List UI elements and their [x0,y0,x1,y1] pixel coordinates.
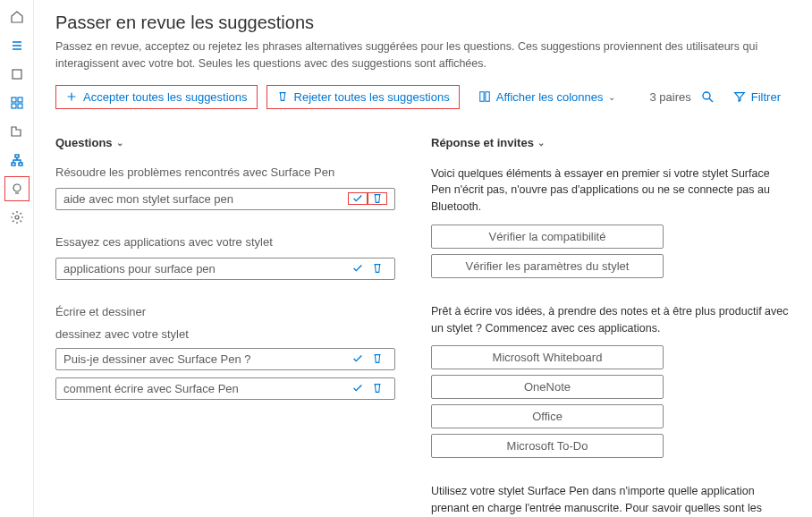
questions-column: Questions ⌄ Résoudre les problèmes renco… [55,136,395,518]
nav-settings-icon[interactable] [9,209,25,225]
show-columns-button[interactable]: Afficher les colonnes ⌄ [469,85,626,109]
nav-suggestions-icon[interactable] [9,181,25,197]
responses-column: Réponse et invites ⌄ Voici quelques élém… [431,136,791,518]
questions-column-header[interactable]: Questions ⌄ [55,136,123,149]
svg-rect-11 [486,92,489,102]
followup-prompt[interactable]: OneNote [431,375,664,399]
chevron-down-icon: ⌄ [537,138,545,148]
accept-suggestion-button[interactable] [348,192,368,205]
toolbar: Accepter toutes les suggestions Rejeter … [55,85,791,109]
question-group-subtitle: dessinez avec votre stylet [55,327,395,341]
svg-rect-1 [12,97,16,102]
question-group: Résoudre les problèmes rencontrés avec S… [55,165,395,210]
response-group: Utilisez votre stylet Surface Pen dans n… [431,483,791,517]
suggestion-row: comment écrire avec Surface Pen [55,377,395,400]
question-group-title: Écrire et dessiner [55,305,395,318]
nav-home-icon[interactable] [9,9,25,25]
suggestion-text[interactable]: aide avec mon stylet surface pen [63,192,348,206]
svg-rect-7 [19,163,22,165]
reject-all-button[interactable]: Rejeter toutes les suggestions [266,85,460,109]
question-group-title: Essayez ces applications avec votre styl… [55,235,395,249]
nav-tree-icon[interactable] [9,152,25,168]
reject-all-label: Rejeter toutes les suggestions [294,90,450,104]
accept-suggestion-button[interactable] [348,382,368,394]
accept-suggestion-button[interactable] [348,262,368,275]
svg-point-9 [15,216,19,219]
followup-prompt[interactable]: Office [431,404,664,428]
svg-rect-0 [13,70,21,79]
reject-suggestion-button[interactable] [368,192,387,205]
page-description: Passez en revue, acceptez ou rejetez les… [55,38,789,72]
response-text: Utilisez votre stylet Surface Pen dans n… [431,483,791,517]
suggestion-text[interactable]: Puis-je dessiner avec Surface Pen ? [63,352,348,366]
pair-count: 3 paires [650,90,691,104]
nav-org-icon[interactable] [9,123,25,140]
filter-label: Filtrer [751,90,781,104]
reject-suggestion-button[interactable] [368,262,387,275]
response-group: Prêt à écrire vos idées, à prendre des n… [431,303,791,459]
svg-rect-2 [18,97,22,102]
filter-button[interactable]: Filtrer [723,85,791,109]
svg-rect-4 [18,104,22,108]
show-columns-label: Afficher les colonnes [496,90,604,104]
followup-prompt[interactable]: Microsoft Whiteboard [431,345,664,369]
svg-rect-5 [15,155,19,157]
svg-point-8 [13,184,21,191]
suggestion-row: aide avec mon stylet surface pen [55,188,395,210]
nav-grid-icon[interactable] [9,95,25,111]
page-title: Passer en revue les suggestions [55,13,791,33]
followup-prompt[interactable]: Vérifier les paramètres du stylet [431,254,664,278]
svg-rect-3 [12,104,16,108]
columns-wrap: Questions ⌄ Résoudre les problèmes renco… [55,136,791,518]
reject-suggestion-button[interactable] [368,382,387,394]
response-group: Voici quelques éléments à essayer en pre… [431,165,791,278]
chevron-down-icon: ⌄ [608,92,615,102]
accept-suggestion-button[interactable] [348,352,368,365]
followup-prompt[interactable]: Vérifier la compatibilité [431,225,664,249]
suggestion-text[interactable]: comment écrire avec Surface Pen [63,382,348,395]
response-text: Voici quelques éléments à essayer en pre… [431,165,791,216]
question-group-title: Résoudre les problèmes rencontrés avec S… [55,165,395,179]
suggestion-row: Puis-je dessiner avec Surface Pen ? [55,348,395,370]
chevron-down-icon: ⌄ [116,138,123,148]
response-text: Prêt à écrire vos idées, à prendre des n… [431,303,791,337]
svg-rect-10 [479,92,483,102]
svg-point-12 [703,92,710,99]
reject-suggestion-button[interactable] [368,352,387,365]
suggestion-row: applications pour surface pen [55,258,395,280]
question-group: Écrire et dessiner dessinez avec votre s… [55,305,395,400]
left-sidebar [0,0,34,517]
responses-column-header[interactable]: Réponse et invites ⌄ [431,136,545,149]
accept-all-button[interactable]: Accepter toutes les suggestions [55,85,258,109]
accept-all-label: Accepter toutes les suggestions [83,90,248,104]
main-content: Passer en revue les suggestions Passez e… [34,0,812,517]
followup-prompt[interactable]: Microsoft To-Do [431,434,664,458]
suggestion-text[interactable]: applications pour surface pen [63,262,348,275]
nav-list-icon[interactable] [9,38,25,54]
question-group: Essayez ces applications avec votre styl… [55,235,395,280]
svg-rect-6 [12,163,15,165]
nav-package-icon[interactable] [9,66,25,82]
search-icon[interactable] [700,89,715,104]
